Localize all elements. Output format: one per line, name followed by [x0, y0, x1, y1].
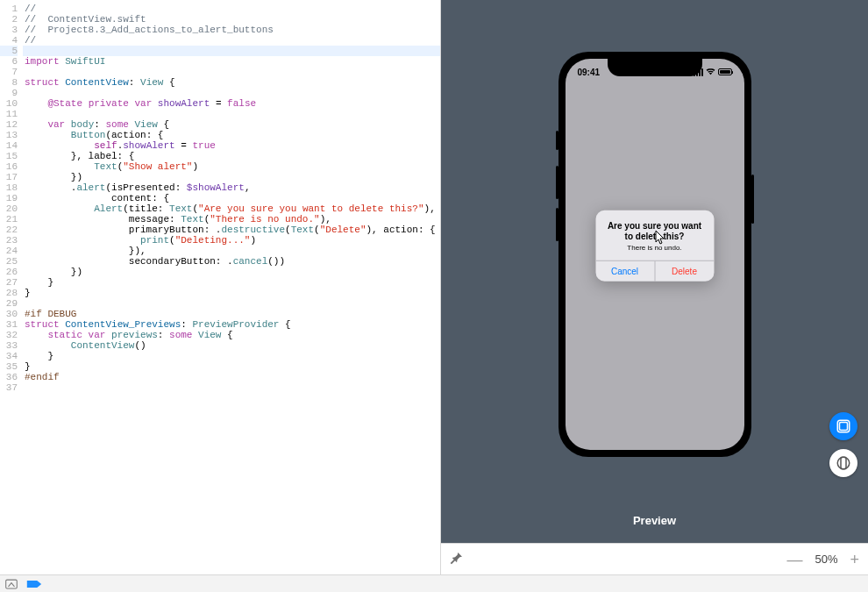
breakpoint-icon[interactable]	[26, 579, 42, 589]
output-filter-icon[interactable]	[5, 579, 18, 589]
code-area[interactable]: //// ContentView.swift// Project8.3_Add_…	[25, 0, 440, 574]
alert-delete-button[interactable]: Delete	[655, 261, 714, 282]
device-screen[interactable]: 09:41 Are you sure you want to delete th…	[566, 59, 744, 450]
device-bezel: 09:41 Are you sure you want to delete th…	[559, 52, 751, 457]
alert-title: Are you sure you want to delete this?	[604, 221, 705, 242]
svg-rect-4	[6, 580, 18, 588]
preview-canvas[interactable]: 09:41 Are you sure you want to delete th…	[441, 0, 868, 519]
device-notch	[608, 59, 702, 76]
zoom-out-button[interactable]: —	[786, 552, 802, 567]
battery-icon	[718, 68, 732, 75]
svg-rect-2	[841, 457, 846, 469]
preview-toolbar: — 50% +	[441, 543, 868, 574]
svg-rect-0	[840, 423, 848, 431]
line-number-gutter: 1234567891011121314151617181920212223242…	[0, 0, 25, 574]
svg-point-3	[837, 457, 850, 469]
alert-dialog: Are you sure you want to delete this? Th…	[595, 210, 714, 282]
live-preview-button[interactable]	[829, 412, 857, 440]
alert-cancel-button[interactable]: Cancel	[595, 261, 655, 282]
pin-icon[interactable]	[450, 551, 464, 567]
status-time: 09:41	[578, 68, 601, 77]
zoom-in-button[interactable]: +	[850, 552, 859, 567]
preview-pane: 09:41 Are you sure you want to delete th…	[441, 0, 868, 574]
device-settings-button[interactable]	[829, 449, 857, 477]
alert-message: There is no undo.	[604, 244, 705, 252]
debug-bar	[0, 574, 868, 592]
zoom-level: 50%	[815, 553, 837, 566]
wifi-icon	[706, 68, 715, 75]
code-editor[interactable]: 1234567891011121314151617181920212223242…	[0, 0, 441, 574]
